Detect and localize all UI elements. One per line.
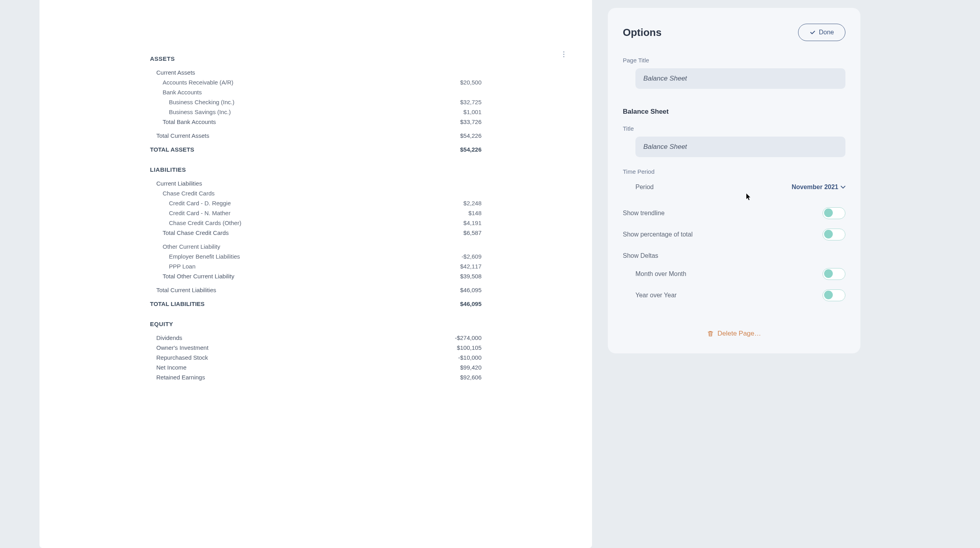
show-trendline-label: Show trendline (623, 210, 665, 217)
balance-sheet-document: ASSETS Current Assets Accounts Receivabl… (39, 0, 592, 548)
period-dropdown[interactable]: November 2021 (792, 184, 845, 191)
total-current-assets: Total Current Assets$54,226 (150, 131, 482, 141)
other-liability-label: Other Current Liability (150, 242, 482, 251)
line-item: Business Savings (Inc.)$1,001 (150, 107, 482, 117)
bank-accounts-label: Bank Accounts (150, 87, 482, 97)
time-period-label: Time Period (623, 168, 845, 175)
kebab-menu-icon[interactable] (559, 49, 568, 59)
assets-heading: ASSETS (150, 55, 482, 62)
done-button[interactable]: Done (798, 24, 845, 41)
show-percent-label: Show percentage of total (623, 231, 693, 238)
show-percent-toggle[interactable] (823, 229, 845, 240)
month-over-month-toggle[interactable] (823, 268, 845, 280)
line-item: Accounts Receivable (A/R)$20,500 (150, 77, 482, 87)
options-title: Options (623, 26, 661, 39)
month-over-month-label: Month over Month (635, 270, 686, 278)
title-input[interactable] (635, 137, 845, 157)
current-liabilities-label: Current Liabilities (150, 178, 482, 188)
delete-page-button[interactable]: Delete Page… (623, 330, 845, 338)
line-item: Net Income$99,420 (150, 362, 482, 372)
total-other-liability: Total Other Current Liability$39,508 (150, 271, 482, 281)
title-label: Title (623, 125, 845, 132)
page-title-label: Page Title (623, 57, 845, 64)
year-over-year-toggle[interactable] (823, 289, 845, 301)
equity-heading: EQUITY (150, 321, 482, 327)
show-deltas-label: Show Deltas (623, 252, 845, 259)
line-item: Credit Card - D. Reggie$2,248 (150, 198, 482, 208)
line-item: Retained Earnings$92,606 (150, 372, 482, 382)
line-item: Owner's Investment$100,105 (150, 343, 482, 353)
check-icon (809, 29, 816, 36)
chase-cards-label: Chase Credit Cards (150, 188, 482, 198)
options-panel: Options Done Page Title Balance Sheet Ti… (608, 8, 860, 353)
line-item: Dividends-$274,000 (150, 333, 482, 343)
balance-sheet-section-heading: Balance Sheet (623, 108, 845, 116)
period-label: Period (635, 184, 654, 191)
line-item: Business Checking (Inc.)$32,725 (150, 97, 482, 107)
show-trendline-toggle[interactable] (823, 207, 845, 219)
total-liabilities: TOTAL LIABILITIES$46,095 (150, 299, 482, 309)
total-assets: TOTAL ASSETS$54,226 (150, 145, 482, 154)
year-over-year-label: Year over Year (635, 292, 676, 299)
line-item: Repurchased Stock-$10,000 (150, 353, 482, 362)
trash-icon (707, 330, 714, 337)
line-item: Employer Benefit Liabilities-$2,609 (150, 251, 482, 261)
total-current-liabilities: Total Current Liabilities$46,095 (150, 285, 482, 295)
line-item: Credit Card - N. Mather$148 (150, 208, 482, 218)
chevron-down-icon (841, 186, 845, 189)
current-assets-label: Current Assets (150, 68, 482, 77)
total-chase-cards: Total Chase Credit Cards$6,587 (150, 228, 482, 238)
page-title-input[interactable] (635, 68, 845, 89)
total-bank-accounts: Total Bank Accounts$33,726 (150, 117, 482, 127)
line-item: PPP Loan$42,117 (150, 261, 482, 271)
line-item: Chase Credit Cards (Other)$4,191 (150, 218, 482, 228)
liabilities-heading: LIABILITIES (150, 166, 482, 173)
